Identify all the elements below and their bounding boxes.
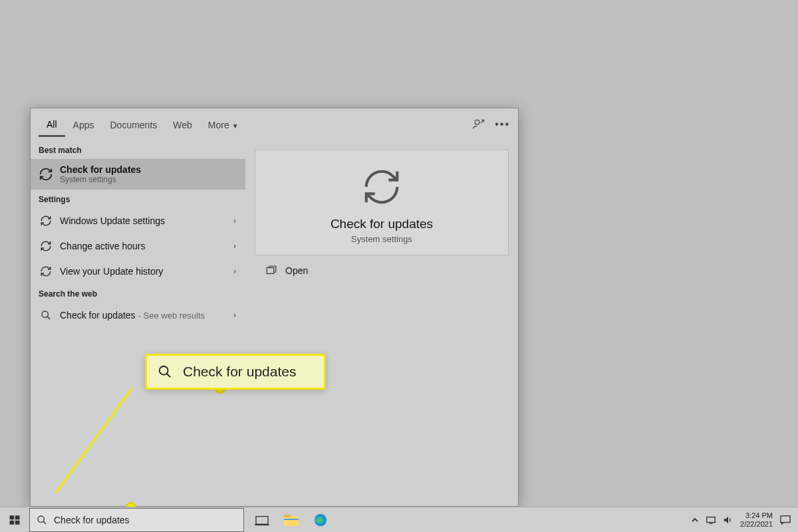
start-button[interactable] <box>0 507 29 533</box>
taskbar-search-box[interactable]: Check for updates <box>29 508 244 532</box>
more-options-icon[interactable]: ••• <box>495 118 510 130</box>
taskbar: Check for updates <box>0 507 798 532</box>
search-icon <box>158 364 172 379</box>
svg-rect-16 <box>781 515 790 522</box>
result-title: Check for updates <box>60 310 136 321</box>
feedback-icon[interactable] <box>472 118 485 131</box>
annotation-callout: Check for updates <box>145 354 326 390</box>
section-header-best-match: Best match <box>31 140 245 159</box>
search-icon <box>39 308 53 323</box>
svg-point-3 <box>160 366 168 375</box>
result-title: View your Update history <box>60 266 163 277</box>
svg-rect-13 <box>284 519 299 520</box>
search-results-panel: All Apps Documents Web More▼ ••• Best ma… <box>30 108 519 507</box>
preview-action-label: Open <box>285 265 308 276</box>
result-preview: Check for updates System settings Open <box>245 140 518 506</box>
svg-rect-12 <box>284 515 291 517</box>
svg-rect-2 <box>267 268 274 274</box>
chevron-right-icon: › <box>233 241 236 251</box>
tab-apps[interactable]: Apps <box>65 113 102 136</box>
svg-point-1 <box>42 311 48 317</box>
svg-rect-15 <box>707 517 715 522</box>
tab-all[interactable]: All <box>39 112 65 137</box>
refresh-icon <box>361 166 402 207</box>
svg-rect-10 <box>255 524 269 525</box>
action-center-button[interactable] <box>779 515 791 525</box>
svg-point-8 <box>38 516 44 522</box>
result-web-suffix: - See web results <box>138 311 205 321</box>
refresh-icon <box>39 167 53 182</box>
preview-subtitle: System settings <box>262 234 501 244</box>
result-title: Check for updates <box>60 164 141 175</box>
tab-more-label: More <box>208 120 229 130</box>
chevron-right-icon: › <box>233 311 236 320</box>
caret-down-icon: ▼ <box>232 122 239 130</box>
annotation-text: Check for updates <box>183 364 296 380</box>
tab-web[interactable]: Web <box>165 113 200 136</box>
preview-card: Check for updates System settings <box>255 150 509 255</box>
svg-rect-4 <box>10 515 15 519</box>
result-subtitle: System settings <box>60 175 141 184</box>
preview-title: Check for updates <box>262 217 501 231</box>
section-header-web: Search the web <box>31 284 245 303</box>
refresh-icon <box>39 264 53 279</box>
search-icon <box>37 515 47 525</box>
result-title: Windows Update settings <box>60 215 165 226</box>
clock-time: 3:24 PM <box>740 511 773 520</box>
result-title: Change active hours <box>60 241 145 251</box>
chevron-right-icon: › <box>233 267 236 276</box>
clock-date: 2/22/2021 <box>740 520 773 529</box>
svg-rect-6 <box>10 520 15 524</box>
tray-overflow-button[interactable] <box>691 516 699 524</box>
search-tabs: All Apps Documents Web More▼ ••• <box>31 108 518 140</box>
result-change-active-hours[interactable]: Change active hours › <box>31 233 245 259</box>
svg-rect-11 <box>284 516 299 526</box>
taskbar-clock[interactable]: 3:24 PM 2/22/2021 <box>740 511 773 529</box>
tab-more[interactable]: More▼ <box>200 113 247 136</box>
open-icon <box>265 265 277 277</box>
result-windows-update-settings[interactable]: Windows Update settings › <box>31 208 245 233</box>
svg-point-0 <box>475 120 479 124</box>
preview-action-open[interactable]: Open <box>255 255 509 286</box>
refresh-icon <box>39 239 53 253</box>
svg-rect-7 <box>15 520 20 524</box>
task-view-button[interactable] <box>253 511 271 529</box>
chevron-right-icon: › <box>233 216 236 225</box>
svg-rect-9 <box>256 516 268 524</box>
taskbar-search-value: Check for updates <box>54 515 130 525</box>
refresh-icon <box>39 213 53 228</box>
network-icon[interactable] <box>706 515 716 525</box>
results-list: Best match Check for updates System sett… <box>31 140 245 506</box>
result-best-match[interactable]: Check for updates System settings <box>31 159 245 190</box>
result-web-search[interactable]: Check for updates - See web results › <box>31 303 245 328</box>
windows-logo-icon <box>9 514 21 526</box>
tab-documents[interactable]: Documents <box>102 113 165 136</box>
file-explorer-button[interactable] <box>283 511 300 529</box>
section-header-settings: Settings <box>31 190 245 208</box>
edge-browser-button[interactable] <box>312 511 329 529</box>
result-view-update-history[interactable]: View your Update history › <box>31 259 245 284</box>
system-tray: 3:24 PM 2/22/2021 <box>691 511 798 529</box>
svg-rect-5 <box>15 515 20 519</box>
volume-icon[interactable] <box>723 515 733 525</box>
